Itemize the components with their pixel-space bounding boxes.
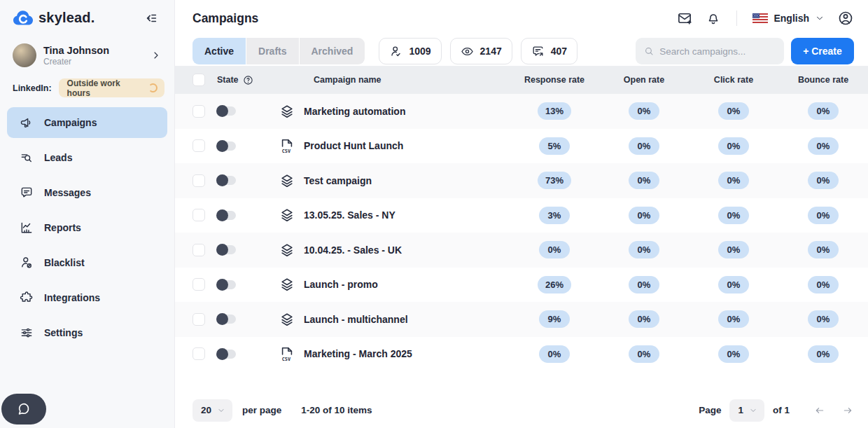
campaign-name: Marketing - March 2025: [304, 348, 412, 359]
megaphone-icon: [20, 116, 34, 130]
sliders-icon: [20, 326, 34, 340]
row-checkbox[interactable]: [192, 105, 205, 118]
row-checkbox[interactable]: [192, 139, 205, 152]
campaign-name: Product Hunt Launch: [304, 140, 403, 151]
row-checkbox[interactable]: [192, 209, 205, 221]
click-rate-badge: 0%: [718, 345, 749, 363]
layers-icon: [279, 242, 295, 258]
sidebar-item-settings[interactable]: Settings: [7, 317, 167, 348]
column-state: State: [217, 75, 239, 85]
table-row[interactable]: CSV 10.04.25. - Sales - UK 0% 0% 0% 0%: [175, 233, 868, 268]
campaign-name: 10.04.25. - Sales - UK: [304, 244, 402, 256]
table-row[interactable]: CSV Product Hunt Launch 5% 0% 0% 0%: [175, 129, 868, 164]
create-button[interactable]: + Create: [791, 38, 854, 64]
state-toggle[interactable]: [217, 211, 236, 220]
stat-views[interactable]: 2147: [450, 38, 512, 64]
row-checkbox[interactable]: [192, 278, 205, 291]
open-rate-badge: 0%: [629, 102, 659, 120]
language-label: English: [774, 13, 809, 24]
language-selector[interactable]: English: [752, 13, 825, 24]
row-checkbox[interactable]: [192, 174, 205, 187]
tab-active[interactable]: Active: [192, 38, 246, 64]
state-toggle[interactable]: [217, 245, 236, 254]
person-check-icon: [389, 45, 402, 58]
search-icon: [644, 46, 654, 57]
table-row[interactable]: CSV Launch - promo 26% 0% 0% 0%: [175, 268, 868, 303]
open-rate-badge: 0%: [629, 137, 659, 155]
bounce-rate-badge: 0%: [808, 207, 839, 224]
chevron-down-icon: [815, 13, 825, 23]
bounce-rate-badge: 0%: [808, 172, 839, 189]
next-page-icon[interactable]: [841, 405, 854, 416]
select-all-checkbox[interactable]: [192, 74, 205, 86]
svg-text:CSV: CSV: [282, 149, 290, 154]
table-row[interactable]: CSV 13.05.25. Sales - NY 3% 0% 0% 0%: [175, 198, 868, 233]
row-checkbox[interactable]: [192, 313, 205, 326]
campaign-list: CSV Marketing automation 13% 0% 0% 0% CS…: [175, 94, 868, 371]
chat-bubble-icon: [15, 401, 32, 417]
sidebar-item-messages[interactable]: Messages: [7, 177, 167, 208]
stat-connections[interactable]: 1009: [379, 38, 441, 64]
chevron-down-icon: [217, 406, 225, 415]
state-toggle[interactable]: [217, 350, 236, 359]
sidebar-item-integrations[interactable]: Integrations: [7, 282, 167, 313]
sidebar: skylead. Tina Johnson Creater LinkedIn: …: [0, 0, 175, 428]
logo-text: skylead.: [38, 10, 95, 26]
sidebar-collapse-icon[interactable]: [144, 11, 159, 26]
row-checkbox[interactable]: [192, 244, 205, 256]
user-profile[interactable]: Tina Johnson Creater: [0, 27, 174, 67]
chevron-right-icon[interactable]: [150, 50, 162, 61]
state-toggle[interactable]: [217, 141, 236, 151]
tab-archived[interactable]: Archived: [300, 38, 365, 64]
state-toggle[interactable]: [217, 176, 236, 185]
table-row[interactable]: CSV Launch - multichannel 9% 0% 0% 0%: [175, 302, 868, 337]
table-row[interactable]: CSV Marketing - March 2025 0% 0% 0% 0%: [175, 337, 868, 372]
main-content: Campaigns English: [175, 0, 868, 428]
account-icon[interactable]: [837, 10, 854, 27]
page-label: Page: [699, 405, 721, 415]
per-page-label: per page: [242, 405, 281, 415]
help-icon[interactable]: [243, 75, 253, 85]
state-toggle[interactable]: [217, 106, 236, 116]
bell-icon[interactable]: [706, 11, 721, 26]
sidebar-item-reports[interactable]: Reports: [7, 212, 167, 243]
click-rate-badge: 0%: [718, 137, 749, 155]
mail-plus-icon[interactable]: [677, 11, 693, 27]
campaign-name: Test campaign: [304, 175, 372, 186]
search-box: [636, 38, 784, 64]
table-row[interactable]: CSV Test campaign 73% 0% 0% 0%: [175, 163, 868, 198]
bounce-rate-badge: 0%: [808, 241, 839, 258]
search-input[interactable]: [659, 46, 776, 57]
open-rate-badge: 0%: [629, 172, 659, 189]
chat-widget-button[interactable]: [1, 394, 46, 424]
table-row[interactable]: CSV Marketing automation 13% 0% 0% 0%: [175, 94, 868, 129]
spinner-icon: [148, 83, 158, 92]
row-checkbox[interactable]: [192, 347, 205, 360]
state-toggle[interactable]: [217, 315, 236, 324]
response-rate-badge: 0%: [539, 345, 570, 363]
sidebar-item-campaigns[interactable]: Campaigns: [7, 107, 167, 138]
linkedin-status-badge[interactable]: Outside work hours: [59, 78, 164, 97]
click-rate-badge: 0%: [718, 241, 749, 258]
page-of-label: of 1: [773, 405, 790, 415]
prev-page-icon[interactable]: [813, 405, 826, 416]
linkedin-label: LinkedIn:: [13, 83, 52, 93]
sidebar-item-leads[interactable]: Leads: [7, 142, 167, 173]
pagination-bar: 20 per page 1-20 of 10 items Page 1 of 1: [175, 392, 868, 428]
page-dropdown[interactable]: 1: [729, 399, 764, 422]
divider: [736, 11, 737, 26]
tab-drafts[interactable]: Drafts: [246, 38, 298, 64]
stat-replies[interactable]: 407: [521, 38, 578, 64]
layers-icon: [279, 207, 295, 223]
per-page-dropdown[interactable]: 20: [192, 399, 232, 422]
click-rate-badge: 0%: [718, 172, 749, 189]
layers-icon: [279, 104, 295, 119]
status-tabs: Active Drafts Archived: [192, 38, 365, 64]
sidebar-item-blacklist[interactable]: Blacklist: [7, 247, 167, 278]
response-rate-badge: 3%: [539, 207, 570, 224]
column-click-rate: Click rate: [714, 75, 753, 85]
chevron-down-icon: [749, 406, 757, 415]
state-toggle[interactable]: [217, 280, 236, 289]
open-rate-badge: 0%: [629, 207, 659, 224]
us-flag-icon: [752, 13, 768, 23]
